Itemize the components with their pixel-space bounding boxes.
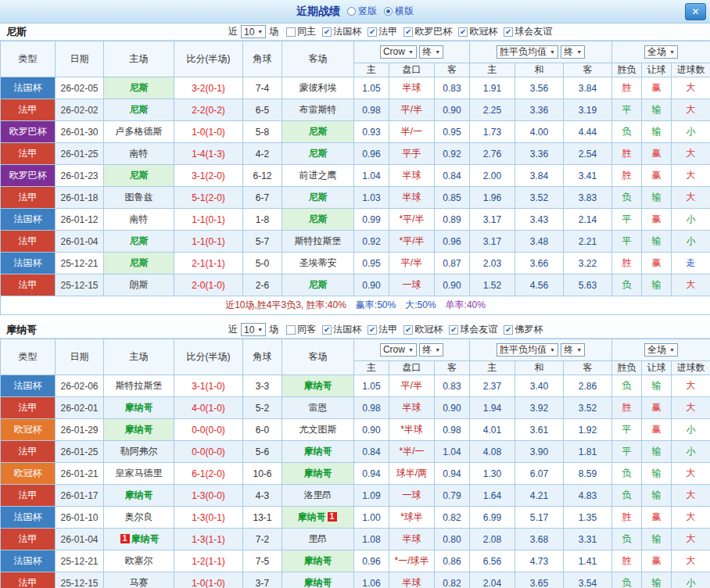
score-cell: 1-0(1-0) — [174, 572, 243, 588]
result-handicap: 赢 — [642, 165, 672, 187]
chevron-down-icon: ▼ — [550, 347, 555, 353]
chevron-down-icon: ▼ — [669, 49, 675, 55]
chevron-down-icon: ▼ — [408, 347, 414, 353]
filter-checkbox-label: 球会友谊 — [515, 25, 552, 38]
sub-column-header: 主 — [354, 361, 389, 375]
score-cell: 0-0(0-0) — [174, 419, 243, 441]
competition-badge: 欧罗巴杯 — [1, 165, 56, 187]
page-title: 近期战绩 — [296, 5, 340, 19]
avg-home-odds: 1.91 — [470, 77, 515, 99]
match-date: 26-02-06 — [56, 375, 104, 397]
result-goals: 小 — [672, 121, 710, 143]
competition-badge: 法甲 — [1, 99, 56, 121]
checkbox-icon — [286, 27, 296, 37]
corner-cell: 5-7 — [243, 231, 282, 253]
water-home: 1.04 — [354, 165, 389, 187]
odds-type-select[interactable]: 胜平负均值▼ — [497, 343, 558, 357]
match-date: 25-12-15 — [56, 274, 104, 296]
handicap-line: 半球 — [389, 77, 435, 99]
home-team-cell: 南特 — [104, 143, 174, 165]
odds-type-select[interactable]: 胜平负均值▼ — [497, 45, 558, 59]
filter-checkbox[interactable]: ✔法国杯 — [322, 25, 361, 38]
result-handicap: 赢 — [642, 209, 672, 231]
games-count-select[interactable]: 10▼ — [241, 25, 266, 38]
games-count-select[interactable]: 10▼ — [241, 323, 266, 336]
filter-checkbox[interactable]: ✔法甲 — [368, 323, 397, 336]
score-cell: 1-2(1-1) — [174, 550, 243, 572]
water-away: 0.80 — [435, 529, 470, 550]
bookmaker-select[interactable]: Crow▼ — [380, 45, 417, 59]
score-cell: 1-1(0-1) — [174, 231, 243, 253]
checkbox-icon: ✔ — [504, 27, 513, 37]
match-row: 法国杯26-01-12南特1-1(0-1)1-8尼斯0.99*平/半0.893.… — [1, 209, 710, 231]
match-row: 法甲26-01-25南特1-4(1-3)4-2尼斯0.96平手0.922.763… — [1, 143, 710, 165]
sub-column-header: 主 — [470, 63, 515, 77]
layout-horizontal-option[interactable]: 横版 — [384, 5, 414, 18]
filter-checkbox[interactable]: ✔球会友谊 — [504, 25, 552, 38]
result-goals: 大 — [672, 165, 710, 187]
column-header: 类型 — [1, 41, 56, 77]
filter-checkbox[interactable]: ✔佛罗杯 — [504, 323, 543, 336]
games-suffix: 场 — [269, 25, 278, 38]
stage-select[interactable]: 终▼ — [419, 343, 443, 357]
filter-checkbox[interactable]: ✔法国杯 — [322, 323, 361, 336]
handicap-line: 平手 — [389, 143, 435, 165]
result-goals: 大 — [672, 485, 710, 507]
sub-column-header: 盘口 — [389, 63, 435, 77]
result-handicap: 赢 — [642, 77, 672, 99]
result-outcome: 负 — [612, 572, 642, 588]
match-date: 26-02-01 — [56, 397, 104, 419]
avg-away-odds: 3.22 — [564, 253, 612, 274]
stage-select[interactable]: 终▼ — [419, 45, 443, 59]
away-team-cell: 尼斯 — [282, 121, 354, 143]
filter-checkbox[interactable]: ✔欧冠杯 — [403, 323, 443, 336]
match-date: 25-12-21 — [56, 253, 104, 274]
result-handicap: 赢 — [642, 253, 672, 274]
competition-badge: 法甲 — [1, 187, 56, 209]
handicap-line: 平/半 — [389, 375, 435, 397]
scope-select[interactable]: 全场▼ — [644, 45, 678, 59]
corner-cell: 2-6 — [243, 274, 282, 296]
match-date: 26-01-30 — [56, 121, 104, 143]
sections-container: 尼斯近10▼场同主✔法国杯✔法甲✔欧罗巴杯✔欧冠杯✔球会友谊类型日期主场比分(半… — [0, 23, 710, 588]
result-outcome: 胜 — [612, 77, 642, 99]
column-header: 比分(半场) — [174, 339, 243, 375]
water-away: 0.83 — [435, 375, 470, 397]
filter-checkbox[interactable]: 同主 — [286, 25, 316, 38]
avg-home-odds: 4.01 — [470, 419, 515, 441]
away-team-cell: 摩纳哥 — [282, 441, 354, 463]
corner-cell: 13-1 — [243, 507, 282, 529]
result-goals: 大 — [672, 507, 710, 529]
filter-checkbox[interactable]: ✔欧冠杯 — [458, 25, 497, 38]
handicap-line: 平/半 — [389, 253, 435, 274]
team-name: 摩纳哥 — [0, 323, 228, 337]
avg-away-odds: 4.83 — [564, 485, 612, 507]
water-away: 0.90 — [435, 99, 470, 121]
water-away: 0.82 — [435, 572, 470, 588]
scope-select[interactable]: 全场▼ — [644, 343, 678, 357]
filter-checkbox[interactable]: 同客 — [286, 323, 316, 336]
home-team-cell: 尼斯 — [104, 253, 174, 274]
chevron-down-icon: ▼ — [435, 347, 440, 353]
result-outcome: 胜 — [612, 507, 642, 529]
home-team-cell: 朗斯 — [104, 274, 174, 296]
filter-checkbox[interactable]: ✔法甲 — [368, 25, 397, 38]
stage-select[interactable]: 终▼ — [561, 45, 585, 59]
competition-badge: 法甲 — [1, 397, 56, 419]
title-group: 近期战绩 竖版 横版 — [0, 5, 710, 19]
close-button[interactable]: ✕ — [685, 3, 706, 20]
layout-vertical-option[interactable]: 竖版 — [347, 5, 377, 18]
away-team-cell: 摩纳哥 — [282, 572, 354, 588]
chevron-down-icon: ▼ — [257, 327, 263, 332]
filter-checkbox[interactable]: ✔球会友谊 — [449, 323, 497, 336]
result-outcome: 胜 — [612, 253, 642, 274]
home-team-cell: 摩纳哥 — [104, 485, 174, 507]
match-row: 法甲26-02-02尼斯2-2(0-2)6-5布雷斯特0.98平/半0.902.… — [1, 99, 710, 121]
stage-select[interactable]: 终▼ — [561, 343, 585, 357]
sub-column-header: 让球 — [642, 361, 672, 375]
bookmaker-select[interactable]: Crow▼ — [380, 343, 417, 357]
filter-checkbox-label: 球会友谊 — [460, 323, 497, 336]
avg-away-odds: 2.86 — [564, 375, 612, 397]
radio-selected-icon — [384, 7, 393, 16]
filter-checkbox[interactable]: ✔欧罗巴杯 — [403, 25, 452, 38]
